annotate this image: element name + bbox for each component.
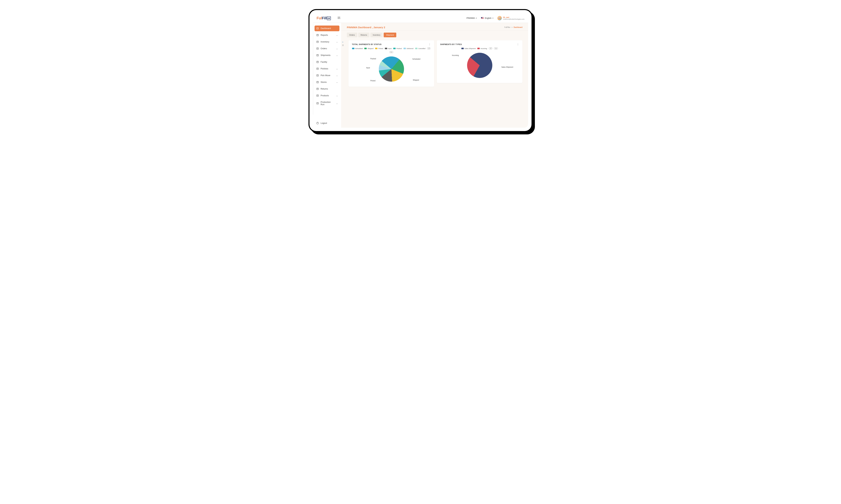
sidebar-item-production-run[interactable]: Production Run ⌄	[314, 100, 340, 107]
tab-inventory[interactable]: Inventory	[371, 33, 383, 37]
legend-swatch	[375, 48, 377, 49]
sidebar-item-label: Picklists	[321, 68, 328, 70]
sidebar-item-stores[interactable]: Stores ⌄	[314, 79, 340, 85]
org-name: PINNIMA	[466, 17, 475, 19]
sidebar-item-dashboard[interactable]: Dashboard	[314, 25, 340, 31]
filter-icon[interactable]: ☰	[342, 44, 344, 47]
breadcrumb: FulFillor > Dashboard	[504, 26, 522, 28]
pie-chart-status	[379, 56, 404, 82]
nav-icon	[316, 54, 319, 57]
panel-controls[interactable]: ⇤ ☰	[342, 41, 344, 47]
sidebar-item-orders[interactable]: Orders ⌄	[314, 46, 340, 51]
sidebar-item-shipments[interactable]: Shipments ⌄	[314, 52, 340, 58]
nav-icon	[316, 74, 319, 77]
chevron-down-icon: ⌄	[336, 94, 338, 97]
sidebar-item-pick-move[interactable]: Pick Move ⌄	[314, 73, 340, 78]
flag-us-icon	[481, 17, 484, 19]
legend-item: Scheduled	[352, 48, 363, 49]
legend-swatch	[404, 48, 406, 49]
chevron-down-icon: ⌄	[336, 102, 338, 105]
legend-item: Cancelled	[415, 48, 425, 49]
sidebar-item-label: Inventory	[321, 41, 329, 43]
chevron-down-icon: ⌄	[336, 68, 338, 70]
filter-pill-all[interactable]: All	[427, 47, 431, 49]
sidebar-item-logout[interactable]: Logout	[314, 120, 340, 126]
nav-icon	[316, 67, 319, 70]
card-menu-icon[interactable]: ⋮	[517, 43, 519, 46]
chevron-down-icon: ▾	[493, 17, 493, 19]
org-selector[interactable]: PINNIMA ▾	[466, 17, 477, 19]
app-screen: FulFillor PINNIMA ▾ English ▾ RA Hi, rav…	[313, 14, 528, 128]
pie-slice-label: Scheduled	[412, 58, 420, 60]
tab-returns[interactable]: Returns	[358, 33, 370, 37]
chevron-down-icon: ⌄	[336, 48, 338, 50]
sidebar-item-products[interactable]: Products ⌄	[314, 93, 340, 98]
user-menu[interactable]: RA Hi, ravi rsrathore@noitechnologies.co…	[497, 16, 525, 20]
sidebar-item-returns[interactable]: Returns	[314, 86, 340, 92]
legend-item: Sales Shipment	[461, 48, 476, 49]
sidebar-item-label: Pick Move	[321, 74, 330, 77]
main-area: PINNIMA Dashboard , January 2 FulFillor …	[341, 23, 528, 128]
filter-pill-all[interactable]: All	[489, 47, 492, 49]
pie-slice-label: Input	[366, 67, 370, 69]
nav-icon	[316, 102, 319, 105]
language-selector[interactable]: English ▾	[481, 17, 493, 19]
filter-pill-inv[interactable]: Inv	[494, 47, 498, 49]
sidebar-item-label: Dashboard	[321, 27, 331, 30]
avatar: RA	[497, 16, 502, 20]
nav-icon	[316, 47, 319, 50]
legend-swatch	[415, 48, 417, 49]
chevron-down-icon: ⌄	[336, 74, 338, 77]
card-title: TOTAL SHIPMENTS BY STATUS	[352, 43, 381, 46]
topbar: FulFillor PINNIMA ▾ English ▾ RA Hi, rav…	[313, 14, 528, 23]
pie-slice-label: Shipped	[413, 79, 419, 81]
chevron-down-icon: ▾	[476, 17, 477, 19]
sidebar-item-facility[interactable]: Facility	[314, 59, 340, 65]
sidebar-item-picklists[interactable]: Picklists ⌄	[314, 66, 340, 72]
legend-swatch	[364, 48, 367, 49]
chevron-down-icon: ⌄	[336, 81, 338, 83]
sidebar-item-reports[interactable]: Reports ⌄	[314, 32, 340, 38]
sidebar-item-inventory[interactable]: Inventory ⌄	[314, 39, 340, 45]
tab-shipment[interactable]: Shipment	[384, 33, 396, 37]
legend-swatch	[477, 48, 480, 49]
chevron-down-icon: ⌄	[336, 41, 338, 43]
nav-icon	[316, 88, 319, 90]
card-shipments-by-status: TOTAL SHIPMENTS BY STATUS ⋮ ScheduledShi…	[348, 40, 434, 87]
app-logo: FulFillor	[316, 16, 331, 20]
user-greeting: Hi, ravi	[503, 16, 525, 18]
legend-swatch	[461, 48, 464, 49]
sidebar-item-label: Reports	[321, 34, 328, 36]
sidebar: Dashboard Reports ⌄ Inventory ⌄ Orders ⌄…	[313, 23, 341, 128]
sidebar-toggle-icon[interactable]	[338, 17, 340, 20]
collapse-panel-icon[interactable]: ⇤	[342, 41, 344, 43]
pie-slice-label: Sales Shipment	[501, 66, 513, 68]
sidebar-item-label: Stores	[321, 81, 327, 83]
chart-legend: Sales ShipmentIncomingAllInv	[440, 47, 519, 49]
sidebar-item-label: Production Run	[321, 101, 334, 106]
pie-chart-types	[467, 53, 492, 78]
legend-swatch	[393, 48, 396, 49]
legend-item: Input	[385, 48, 392, 49]
sidebar-item-label: Facility	[321, 61, 327, 63]
sidebar-item-label: Products	[321, 94, 329, 97]
content-area: ⇤ ☰ TOTAL SHIPMENTS BY STATUS ⋮ Schedule…	[341, 37, 528, 128]
sidebar-item-label: Orders	[321, 47, 327, 50]
nav-icon	[316, 27, 319, 30]
legend-swatch	[352, 48, 355, 49]
card-title: SHIPMENTS BY TYPES	[440, 43, 462, 46]
page-title: PINNIMA Dashboard , January 2	[347, 26, 385, 29]
filter-pill-inv[interactable]: Inv	[389, 51, 393, 53]
legend-item: Delivered	[404, 48, 413, 49]
pie-slice-label: Packed	[371, 58, 376, 60]
tab-orders[interactable]: Orders	[347, 33, 357, 37]
chevron-down-icon: ⌄	[336, 54, 338, 56]
nav-icon	[316, 40, 319, 43]
nav-icon	[316, 94, 319, 97]
card-menu-icon[interactable]: ⋮	[428, 43, 431, 46]
chevron-down-icon: ⌄	[336, 34, 338, 36]
legend-item: Packed	[393, 48, 402, 49]
pie-slice-label: Picked	[371, 80, 375, 82]
legend-item: Incoming	[477, 48, 487, 49]
sidebar-item-label: Shipments	[321, 54, 330, 56]
